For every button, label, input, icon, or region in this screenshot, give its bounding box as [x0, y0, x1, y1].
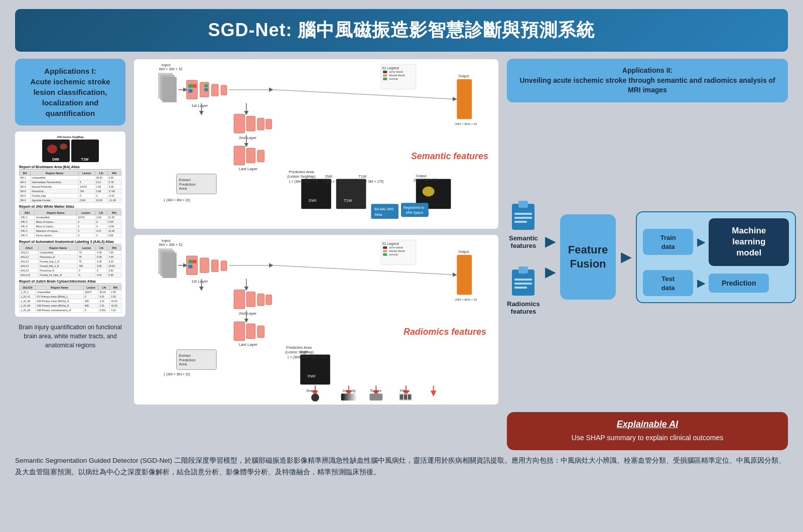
- svg-text:Semantic features: Semantic features: [411, 151, 488, 161]
- arrow-radiomics-to-fusion: ▶: [545, 264, 555, 280]
- svg-text:dense block: dense block: [389, 74, 405, 77]
- svg-text:Last Layer: Last Layer: [239, 342, 257, 347]
- svg-rect-29: [266, 119, 272, 129]
- svg-rect-78: [189, 260, 193, 263]
- radiomics-clipboard-icon: [509, 264, 537, 297]
- svg-rect-88: [383, 246, 387, 249]
- svg-text:(Lesion SegMap): (Lesion SegMap): [285, 350, 314, 354]
- svg-text:T1W: T1W: [344, 198, 352, 203]
- svg-rect-104: [257, 326, 264, 338]
- svg-rect-22: [383, 74, 387, 77]
- svg-rect-130: [400, 394, 403, 400]
- svg-text:S1 Legend: S1 Legend: [382, 66, 399, 70]
- jhu-wm-report: Report of JHU White Matter Atlas JHURegi…: [19, 205, 121, 238]
- ba-atlas-report: Report of Brodmann Area (BA) Atlas BAReg…: [19, 165, 121, 203]
- brain-report-box: AIS lesion SegMap DWI T1W: [15, 131, 125, 317]
- svg-rect-43: [301, 179, 331, 209]
- svg-text:Output: Output: [416, 174, 427, 178]
- svg-text:1 (384 × 384 × 32): 1 (384 × 384 × 32): [323, 180, 349, 184]
- bottom-description: Semantic Segmentation Guided Detector (S…: [0, 450, 803, 482]
- title-bar: SGD-Net: 腦中風磁振造影智慧診斷與預測系統: [15, 9, 788, 52]
- svg-rect-24: [383, 78, 387, 80]
- svg-rect-45: [336, 179, 366, 209]
- svg-text:Last Layer: Last Layer: [239, 167, 257, 171]
- test-row: Test data ▶ Prediction: [643, 270, 789, 296]
- seg-map-label: AIS lesion SegMap: [57, 136, 84, 139]
- svg-rect-83: [221, 261, 227, 271]
- svg-rect-12: [204, 84, 208, 87]
- svg-rect-132: [408, 394, 411, 400]
- svg-rect-92: [383, 253, 387, 256]
- svg-text:(384 × 384) × 32: (384 × 384) × 32: [455, 298, 477, 301]
- svg-rect-125: [341, 393, 356, 401]
- t1w-scan: T1W: [71, 140, 99, 162]
- left-arrows: ▶ ▶: [545, 234, 555, 280]
- svg-text:Prediction Area: Prediction Area: [286, 345, 312, 350]
- svg-rect-141: [514, 213, 532, 215]
- svg-rect-94: [234, 290, 245, 309]
- svg-text:864 × 384 × 32: 864 × 384 × 32: [159, 243, 183, 246]
- radiomics-network-svg: Input 864 × 384 × 32 1st Layer: [134, 235, 498, 405]
- svg-rect-15: [221, 85, 227, 95]
- svg-text:1 × (384 × 384 × 32): 1 × (384 × 384 × 32): [289, 180, 318, 184]
- svg-text:Intensity: Intensity: [343, 389, 356, 393]
- svg-rect-134: [457, 255, 472, 295]
- svg-text:concat: concat: [389, 253, 398, 256]
- arrow-fusion-to-ml: ▶: [621, 249, 631, 265]
- svg-text:1 (384 × 384 × 32): 1 (384 × 384 × 32): [164, 372, 190, 376]
- left-panel: Applications I: Acute ischemic stroke le…: [15, 59, 125, 450]
- svg-text:1 (384 × 384 × 175): 1 (384 × 384 × 175): [355, 180, 384, 184]
- semantic-arch-diagram: Input 864 × 384 × 32: [133, 59, 499, 229]
- svg-text:Prediction: Prediction: [179, 358, 196, 362]
- svg-text:Output: Output: [458, 74, 469, 78]
- svg-rect-79: [189, 265, 193, 269]
- app-box-2: Applications II: Unveiling acute ischemi…: [507, 59, 788, 102]
- semantic-clipboard-item: Semanticfeatures: [509, 199, 538, 249]
- svg-text:(384 × 384) × 32: (384 × 384) × 32: [455, 122, 477, 125]
- svg-rect-14: [211, 84, 218, 96]
- svg-rect-131: [404, 394, 407, 400]
- svg-rect-90: [383, 250, 387, 252]
- svg-text:(384 × 384 × 32): (384 × 384 × 32): [414, 178, 438, 182]
- svg-rect-10: [192, 84, 196, 88]
- svg-rect-143: [514, 221, 527, 223]
- svg-text:1st Layer: 1st Layer: [191, 279, 208, 284]
- semantic-clipboard-icon: [509, 199, 537, 231]
- ml-model-box: Machine learning model: [709, 218, 789, 265]
- svg-text:1 (384 × 384 × 32): 1 (384 × 384 × 32): [299, 355, 325, 359]
- svg-rect-147: [514, 283, 532, 285]
- svg-text:concat: concat: [389, 77, 398, 80]
- radiomics-features-label: Radiomicsfeatures: [507, 300, 540, 315]
- svg-text:DWI: DWI: [300, 350, 307, 354]
- arrow-test-to-prediction: ▶: [697, 277, 705, 289]
- svg-text:Atlas: Atlas: [374, 213, 382, 216]
- svg-rect-96: [257, 294, 264, 306]
- page-title: SGD-Net: 腦中風磁振造影智慧診斷與預測系統: [30, 18, 773, 43]
- flow-area: Semanticfeatures Radiomicsfeatures: [507, 108, 788, 406]
- main-content: Applications I: Acute ischemic stroke le…: [0, 59, 803, 450]
- scan-images-row: AIS lesion SegMap DWI T1W: [19, 136, 121, 162]
- svg-rect-102: [234, 322, 245, 341]
- train-row: Train data ▶ Machine learning model: [643, 218, 789, 265]
- svg-rect-28: [257, 118, 264, 130]
- svg-text:Input: Input: [162, 63, 171, 67]
- svg-rect-80: [192, 260, 196, 263]
- svg-text:Input: Input: [162, 238, 171, 243]
- svg-rect-146: [514, 279, 532, 281]
- svg-rect-103: [246, 324, 255, 339]
- svg-rect-27: [246, 116, 255, 131]
- svg-text:Texture: Texture: [370, 389, 381, 392]
- svg-text:Extract: Extract: [179, 178, 191, 182]
- feature-fusion-box: Feature Fusion: [560, 214, 616, 300]
- semantic-features-label: Semanticfeatures: [509, 234, 538, 249]
- svg-rect-62: [401, 203, 429, 217]
- svg-rect-140: [518, 201, 528, 208]
- julich-report: Report of Julich Brain Cytoarchitectonic…: [19, 280, 121, 313]
- clipboard-section: Semanticfeatures Radiomicsfeatures: [507, 199, 540, 315]
- svg-text:Shape: Shape: [306, 389, 316, 393]
- svg-point-123: [311, 393, 319, 402]
- svg-rect-35: [246, 148, 255, 163]
- svg-rect-142: [514, 217, 532, 219]
- svg-text:Filters: Filters: [400, 389, 410, 392]
- train-data-box: Train data: [643, 229, 693, 255]
